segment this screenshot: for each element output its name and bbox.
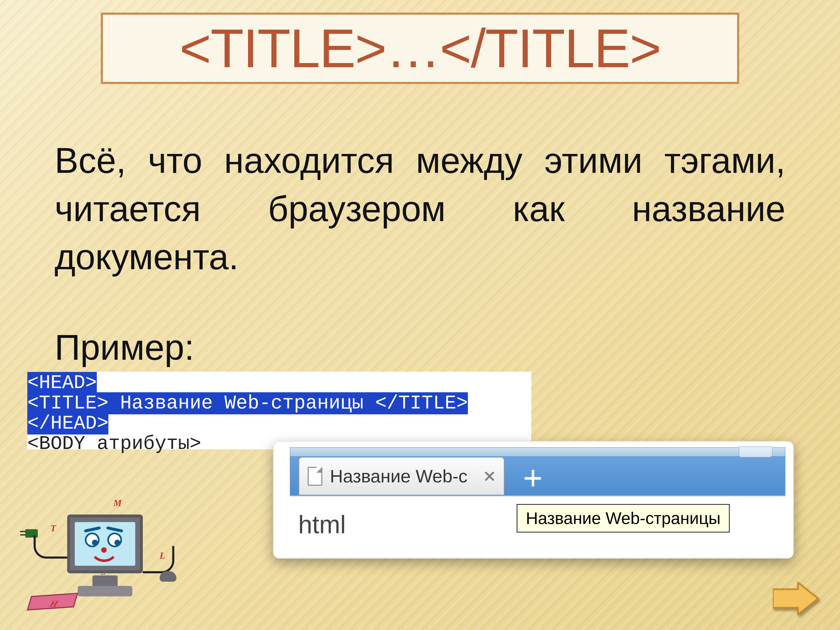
code-editor-screenshot: <HEAD> <TITLE> Название Web-страницы </T… <box>27 372 531 449</box>
url-text: html <box>298 510 346 539</box>
mouse-icon <box>159 571 177 582</box>
browser-tabstrip: Название Web-с <box>290 447 785 496</box>
browser-tab[interactable]: Название Web-с <box>298 457 504 495</box>
code-line: </HEAD> <box>27 414 531 434</box>
title-box: <TITLE>…</TITLE> <box>101 13 739 84</box>
code-line: <HEAD> <box>27 373 531 393</box>
description-paragraph: Всё, что находится между этими тэгами, ч… <box>55 136 785 281</box>
code-line: <TITLE> Название Web-страницы </TITLE> <box>27 393 531 414</box>
svg-marker-0 <box>773 583 818 614</box>
mascot-dots: ... <box>101 569 106 576</box>
mascot-letter: M <box>114 498 122 508</box>
browser-screenshot: Название Web-с html Название Web-страниц… <box>273 441 794 559</box>
mascot-letter: T <box>51 523 56 534</box>
close-icon[interactable] <box>483 470 496 483</box>
tab-tooltip: Название Web-страницы <box>516 504 730 532</box>
monitor-icon <box>67 515 143 573</box>
file-icon <box>308 467 322 486</box>
cable-icon <box>143 546 174 573</box>
example-label: Пример: <box>55 324 785 372</box>
next-arrow-button[interactable] <box>773 582 819 615</box>
new-tab-icon[interactable] <box>523 469 542 488</box>
cable-icon <box>33 535 67 559</box>
slide-title: <TITLE>…</TITLE> <box>179 17 660 80</box>
computer-mascot: T M L ... H <box>25 496 172 613</box>
tab-title: Название Web-с <box>330 466 475 486</box>
arrow-right-icon <box>773 582 819 615</box>
window-control-icon <box>739 447 772 457</box>
screen-face <box>75 522 135 566</box>
